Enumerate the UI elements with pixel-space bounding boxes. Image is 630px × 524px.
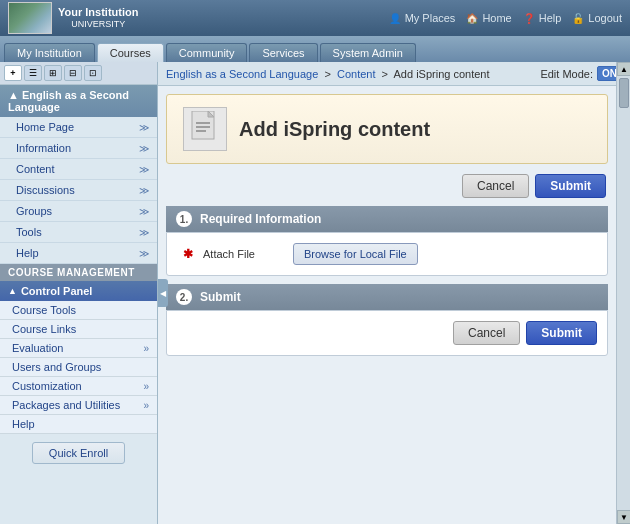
main-nav: My Institution Courses Community Service… [0,36,630,62]
my-places-link[interactable]: 👤 My Places [388,11,456,25]
list-view-button[interactable]: ☰ [24,65,42,81]
main-area: English as a Second Language > Content >… [158,62,630,524]
main-content: Add iSpring content Cancel Submit 1. Req… [158,86,630,524]
attach-file-row: ✱ Attach File Browse for Local File [167,233,607,275]
logout-link[interactable]: 🔓 Logout [571,11,622,25]
add-button[interactable]: + [4,65,22,81]
submit-button-bottom[interactable]: Submit [526,321,597,345]
form-wrapper: Add iSpring content Cancel Submit 1. Req… [158,86,616,372]
chevron-right-icon: ≫ [139,122,149,133]
sidebar-item-groups[interactable]: Groups ≫ [0,201,157,222]
sidebar-collapse-handle[interactable]: ◀ [158,279,168,307]
quick-enroll-button[interactable]: Quick Enroll [32,442,125,464]
breadcrumb: English as a Second Language > Content >… [166,68,490,80]
form-title: Add iSpring content [239,118,430,141]
form-actions-top: Cancel Submit [166,174,608,198]
chevron-right-icon: ≫ [139,248,149,259]
form-actions-bottom: Cancel Submit [167,311,607,355]
sidebar-item-discussions[interactable]: Discussions ≫ [0,180,157,201]
cp-item-course-tools[interactable]: Course Tools [0,301,157,320]
section-number-1: 1. [176,211,192,227]
cancel-button-top[interactable]: Cancel [462,174,529,198]
tab-courses[interactable]: Courses [97,43,164,62]
settings-view-button[interactable]: ⊡ [84,65,102,81]
top-nav-links: 👤 My Places 🏠 Home ❓ Help 🔓 Logout [388,11,622,25]
cp-item-help[interactable]: Help [0,415,157,434]
top-bar-left: Your Institution UNIVERSITY [8,2,138,34]
cp-item-evaluation[interactable]: Evaluation » [0,339,157,358]
sidebar-course-title: ▲ English as a Second Language [0,85,157,117]
scroll-down-button[interactable]: ▼ [617,510,630,524]
control-panel-header: Control Panel [0,281,157,301]
help-link[interactable]: ❓ Help [522,11,562,25]
attach-file-label: Attach File [203,248,283,260]
required-star: ✱ [183,247,193,261]
tab-my-institution[interactable]: My Institution [4,43,95,62]
section-bar-1: 1. Required Information [166,206,608,232]
chevron-right-icon: ≫ [139,206,149,217]
chevron-right-icon: » [143,400,149,411]
tab-community[interactable]: Community [166,43,248,62]
section-2-content: Cancel Submit [166,310,608,356]
tab-services[interactable]: Services [249,43,317,62]
section-required-information: 1. Required Information ✱ Attach File Br… [166,206,608,276]
logo-image [9,3,51,33]
chevron-right-icon: ≫ [139,185,149,196]
submit-button-top[interactable]: Submit [535,174,606,198]
cp-item-customization[interactable]: Customization » [0,377,157,396]
sidebar-toolbar: + ☰ ⊞ ⊟ ⊡ [0,62,157,85]
scroll-thumb[interactable] [619,78,629,108]
content-wrapper: + ☰ ⊞ ⊟ ⊡ ▲ English as a Second Language… [0,62,630,524]
breadcrumb-content-link[interactable]: Content [337,68,376,80]
chevron-right-icon: ≫ [139,164,149,175]
sidebar-item-help[interactable]: Help ≫ [0,243,157,264]
sidebar-item-tools[interactable]: Tools ≫ [0,222,157,243]
institution-logo [8,2,52,34]
home-link[interactable]: 🏠 Home [465,11,511,25]
chevron-right-icon: » [143,381,149,392]
scrollbar[interactable]: ▲ ▼ [616,62,630,524]
sidebar: + ☰ ⊞ ⊟ ⊡ ▲ English as a Second Language… [0,62,158,524]
help-icon: ❓ [522,11,536,25]
sidebar-item-information[interactable]: Information ≫ [0,138,157,159]
section-submit: 2. Submit Cancel Submit [166,284,608,356]
section-number-2: 2. [176,289,192,305]
edit-mode: Edit Mode: ON [540,66,622,81]
document-icon [183,107,227,151]
course-management-header: COURSE MANAGEMENT [0,264,157,281]
section-1-content: ✱ Attach File Browse for Local File [166,232,608,276]
sidebar-item-homepage[interactable]: Home Page ≫ [0,117,157,138]
chevron-right-icon: ≫ [139,143,149,154]
cp-item-course-links[interactable]: Course Links [0,320,157,339]
sidebar-item-content[interactable]: Content ≫ [0,159,157,180]
tile-view-button[interactable]: ⊟ [64,65,82,81]
cp-item-packages-utilities[interactable]: Packages and Utilities » [0,396,157,415]
institution-name: Your Institution UNIVERSITY [58,5,138,31]
section-bar-2: 2. Submit [166,284,608,310]
home-icon: 🏠 [465,11,479,25]
grid-view-button[interactable]: ⊞ [44,65,62,81]
breadcrumb-current: Add iSpring content [394,68,490,80]
logout-icon: 🔓 [571,11,585,25]
person-icon: 👤 [388,11,402,25]
scroll-up-button[interactable]: ▲ [617,62,630,76]
chevron-right-icon: » [143,343,149,354]
cp-item-users-and-groups[interactable]: Users and Groups [0,358,157,377]
browse-local-file-button[interactable]: Browse for Local File [293,243,418,265]
breadcrumb-bar: English as a Second Language > Content >… [158,62,630,86]
breadcrumb-course-link[interactable]: English as a Second Language [166,68,318,80]
chevron-right-icon: ≫ [139,227,149,238]
top-bar: Your Institution UNIVERSITY 👤 My Places … [0,0,630,36]
cancel-button-bottom[interactable]: Cancel [453,321,520,345]
form-header: Add iSpring content [166,94,608,164]
tab-system-admin[interactable]: System Admin [320,43,416,62]
